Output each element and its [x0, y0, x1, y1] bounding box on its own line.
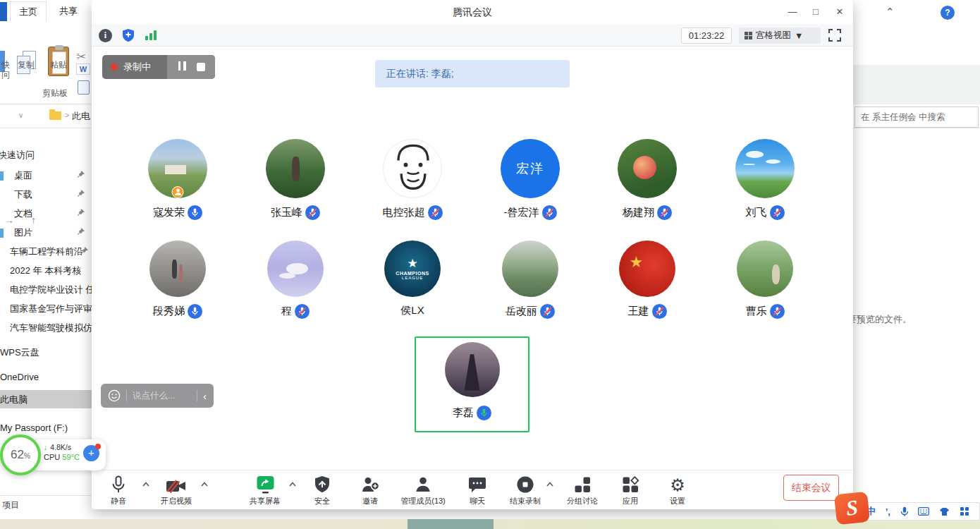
- participant-tile[interactable]: ★ 王建: [594, 241, 700, 319]
- pause-recording-button[interactable]: [177, 61, 188, 73]
- close-button[interactable]: ✕: [832, 4, 847, 20]
- participant-tile[interactable]: 曹乐: [712, 241, 818, 319]
- participant-tile[interactable]: 张玉峰: [243, 139, 348, 220]
- invite-button[interactable]: 邀请: [340, 475, 400, 506]
- invite-person-icon: [361, 475, 379, 494]
- meeting-info-icon[interactable]: i: [99, 29, 112, 42]
- share-screen-icon: [256, 475, 275, 494]
- sidebar-item-onedrive[interactable]: OneDrive: [0, 372, 39, 386]
- ime-voice-icon[interactable]: [900, 506, 909, 517]
- recording-label: 录制中: [123, 61, 151, 73]
- participant-tile[interactable]: 宏洋 -昝宏洋: [477, 139, 583, 220]
- chat-input[interactable]: 说点什么...: [133, 390, 191, 402]
- tab-share[interactable]: 共享: [51, 1, 86, 21]
- minimize-button[interactable]: —: [785, 4, 800, 20]
- participant-name: 电控张超: [383, 206, 425, 219]
- forward-icon[interactable]: →: [4, 214, 14, 226]
- participant-tile[interactable]: 岳改丽: [477, 241, 583, 319]
- ime-toolbar[interactable]: 中 ’,: [856, 502, 980, 521]
- quick-access-header[interactable]: 快速访问: [0, 149, 35, 162]
- sidebar-item-documents[interactable]: 文档: [14, 207, 32, 221]
- copy-button[interactable]: 复制: [13, 59, 39, 71]
- starball-icon: ★: [407, 257, 417, 269]
- sidebar-item-folder4[interactable]: 国家基金写作与评审: [10, 303, 92, 317]
- sidebar-item-folder1[interactable]: 车辆工程学科前沿: [10, 245, 83, 260]
- participant-name: 寇发荣: [153, 206, 185, 219]
- breadcrumb[interactable]: 此电: [72, 110, 90, 123]
- paste-button[interactable]: 粘贴: [45, 59, 72, 71]
- security-shield-icon: [314, 475, 331, 494]
- share-screen-button[interactable]: 共享屏幕: [235, 475, 295, 506]
- network-signal-icon[interactable]: [145, 30, 157, 40]
- manage-members-button[interactable]: 管理成员(13): [393, 475, 453, 506]
- sidebar-item-this-pc[interactable]: 此电脑: [0, 394, 27, 408]
- pictures-icon-clipped: [0, 229, 4, 238]
- ime-toolbox-icon[interactable]: [960, 506, 969, 516]
- memory-usage-ball[interactable]: 62%: [0, 434, 41, 475]
- file-menu-tab-clipped[interactable]: [0, 2, 7, 21]
- participant-tile[interactable]: 寇发荣: [125, 139, 231, 220]
- participant-name: 李磊: [453, 406, 474, 420]
- fullscreen-icon[interactable]: [828, 28, 842, 42]
- chat-quick-bar[interactable]: 说点什么... ‹: [101, 384, 214, 408]
- avatar-text: 宏洋: [516, 160, 544, 177]
- sidebar-item-folder3[interactable]: 电控学院毕业设计 任: [10, 284, 93, 298]
- view-mode-selector[interactable]: 宫格视图 ▼: [739, 28, 821, 44]
- mic-muted-icon: [428, 205, 443, 220]
- participant-avatar: [735, 139, 795, 198]
- participant-name: 曹乐: [746, 305, 767, 318]
- search-input[interactable]: 在 系主任例会 中搜索: [855, 107, 979, 128]
- sidebar-item-folder2[interactable]: 2022 年 本科考核: [10, 264, 81, 279]
- taskbar-app-segment[interactable]: [408, 519, 494, 529]
- paste-shortcut-icon[interactable]: [78, 80, 90, 95]
- participant-avatar: ★: [619, 241, 675, 297]
- participant-tile[interactable]: ★ CHAMPIONS LEAGUE 侯LX: [360, 241, 465, 317]
- cut-icon[interactable]: ✂: [76, 49, 86, 64]
- windows-taskbar[interactable]: [0, 519, 980, 529]
- collapse-chat-icon[interactable]: ‹: [203, 390, 207, 402]
- sidebar-item-folder5[interactable]: 汽车智能驾驶模拟仿: [10, 322, 92, 336]
- end-recording-button[interactable]: 结束录制: [495, 475, 556, 506]
- participant-name: -昝宏洋: [504, 206, 539, 219]
- participant-tile[interactable]: 电控张超: [360, 139, 465, 220]
- protect-shield-icon[interactable]: [121, 28, 135, 42]
- participant-tile[interactable]: 杨建翔: [594, 139, 700, 220]
- accelerate-button[interactable]: +: [83, 445, 99, 461]
- cpu-temperature: 59°C: [62, 453, 80, 461]
- settings-button[interactable]: ⚙ 设置: [647, 475, 708, 506]
- ribbon-collapse-icon[interactable]: ⌃: [886, 6, 895, 18]
- active-speaker-tile[interactable]: 李磊: [415, 336, 529, 432]
- sidebar-item-wps-cloud[interactable]: WPS云盘: [0, 346, 39, 360]
- mic-on-icon: [188, 304, 202, 319]
- participant-name: 程: [281, 305, 292, 318]
- sidebar-item-desktop[interactable]: 桌面: [14, 169, 32, 183]
- ime-keyboard-icon[interactable]: [918, 507, 929, 516]
- stop-recording-button[interactable]: [197, 63, 205, 71]
- start-video-button[interactable]: 开启视频: [146, 475, 207, 506]
- participant-tile[interactable]: 程: [243, 241, 348, 319]
- preview-hint-text: 要预览的文件。: [847, 313, 912, 326]
- meeting-bottom-toolbar: 静音 开启视频 共享屏幕 安全 邀请 管理成员(13) 聊天: [92, 470, 853, 507]
- emoji-icon[interactable]: [108, 389, 121, 402]
- video-options-chevron[interactable]: [201, 482, 208, 487]
- copy-path-icon[interactable]: W: [76, 63, 90, 75]
- participant-name: 刘飞: [746, 206, 767, 219]
- sidebar-item-downloads[interactable]: 下载: [14, 188, 32, 202]
- ime-skin-icon[interactable]: [939, 507, 950, 516]
- maximize-button[interactable]: □: [808, 4, 823, 20]
- recording-indicator: 录制中: [102, 55, 215, 79]
- status-bar-items-count: 项目: [2, 499, 19, 511]
- tencent-meeting-window: 腾讯会议 — □ ✕ i 01:23:22 宫格视图 ▼ 录制中 正在: [92, 0, 853, 509]
- chevron-down-icon: ▼: [795, 31, 803, 41]
- sogou-logo-icon[interactable]: S: [834, 492, 870, 525]
- end-meeting-button[interactable]: 结束会议: [783, 475, 839, 501]
- participant-tile[interactable]: 刘飞: [712, 139, 818, 220]
- avatar-text: CHAMPIONS: [396, 271, 429, 276]
- recent-dropdown-icon[interactable]: ∨: [18, 111, 23, 119]
- participant-tile[interactable]: 段秀娣: [125, 241, 231, 319]
- tab-home[interactable]: 主页: [10, 1, 47, 21]
- help-icon[interactable]: ?: [941, 6, 955, 20]
- sidebar-item-pictures[interactable]: 图片: [14, 226, 32, 241]
- ime-punctuation-icon[interactable]: ’,: [886, 506, 890, 517]
- participant-avatar: 宏洋: [501, 139, 560, 198]
